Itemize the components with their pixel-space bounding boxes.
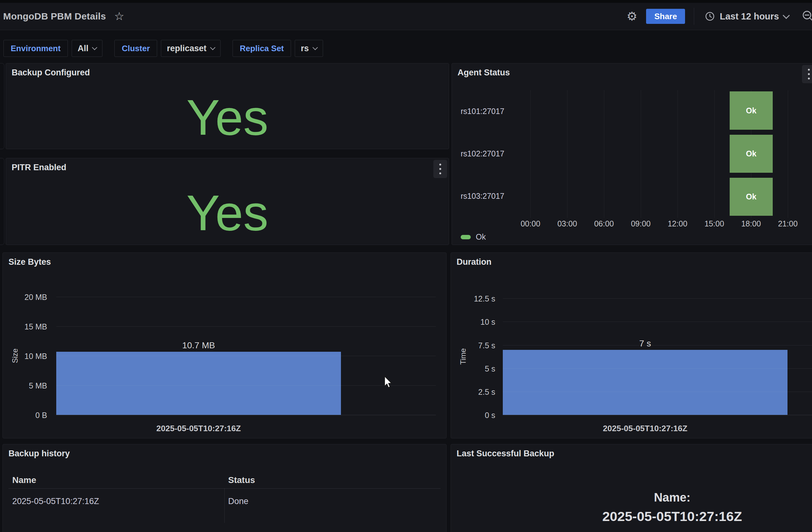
gridline — [56, 385, 436, 386]
navbar: MongoDB PBM Details ☆ ⚙ Share Last 12 ho… — [0, 3, 812, 30]
table-cell-name: 2025-05-05T10:27:16Z — [12, 497, 99, 506]
filter-environment-value: All — [78, 44, 89, 54]
state-block-ok[interactable]: Ok — [730, 91, 773, 130]
legend-swatch — [461, 235, 471, 239]
gear-icon[interactable]: ⚙ — [627, 10, 637, 22]
panel-pitr-enabled: PITR Enabled Yes — [6, 158, 449, 245]
x-axis-tick: 00:00 — [511, 219, 549, 228]
gridline — [503, 298, 812, 299]
grafana-dashboard: MongoDB PBM Details ☆ ⚙ Share Last 12 ho… — [0, 0, 812, 532]
bar-value-label: 10.7 MB — [56, 340, 341, 351]
time-range-picker[interactable]: Last 12 hours — [705, 11, 789, 22]
panel-backup-configured: Backup Configured Yes — [6, 63, 449, 149]
x-axis-tick: 15:00 — [695, 219, 733, 228]
y-axis-tick: 5 MB — [3, 381, 47, 390]
y-axis-tick: 7.5 s — [451, 341, 495, 350]
panel-title[interactable]: Agent Status — [458, 68, 510, 77]
gridline — [503, 391, 812, 392]
panel-duration: Duration Time 12.5 s 10 s 7.5 s 5 s 2.5 … — [451, 252, 812, 439]
y-axis-tick: 15 MB — [3, 322, 47, 331]
gridline — [56, 297, 436, 297]
y-axis-tick: 0 B — [3, 411, 47, 420]
panel-size-bytes: Size Bytes Size 20 MB 15 MB 10 MB 5 MB 0… — [2, 252, 447, 439]
y-axis-tick: 5 s — [451, 364, 495, 373]
offscreen-panel-edge — [0, 158, 4, 245]
bar-value-label: 7 s — [503, 339, 787, 349]
filter-replica-set: Replica Set rs — [233, 40, 323, 57]
filter-replica-set-label: Replica Set — [233, 40, 291, 57]
pitr-enabled-value: Yes — [186, 188, 269, 238]
filter-environment-select[interactable]: All — [72, 40, 103, 57]
offscreen-panel-edge — [0, 63, 4, 149]
x-axis-tick: 2025-05-05T10:27:16Z — [503, 424, 787, 433]
gridline — [531, 90, 531, 218]
gridline — [641, 90, 641, 218]
y-axis-tick: 10 s — [451, 317, 495, 327]
last-backup-name-value: 2025-05-05T10:27:16Z — [603, 509, 742, 524]
table-header-name[interactable]: Name — [12, 475, 36, 485]
legend-label: Ok — [476, 232, 486, 241]
filter-cluster-value: replicaset — [167, 44, 206, 54]
share-button[interactable]: Share — [646, 9, 685, 24]
star-icon[interactable]: ☆ — [114, 11, 124, 22]
gridline — [503, 368, 812, 369]
x-axis-tick: 18:00 — [732, 219, 770, 228]
instance-label: rs101:27017 — [461, 107, 504, 116]
y-axis-tick: 2.5 s — [451, 387, 495, 397]
page-title: MongoDB PBM Details — [3, 11, 106, 22]
backup-configured-value: Yes — [186, 92, 269, 143]
y-axis-tick: 12.5 s — [451, 294, 495, 304]
gridline — [56, 326, 436, 327]
legend-item-ok[interactable]: Ok — [461, 232, 486, 241]
filter-replica-set-value: rs — [301, 44, 309, 54]
panel-title[interactable]: Last Successful Backup — [456, 449, 554, 459]
table-header-status[interactable]: Status — [228, 475, 255, 485]
panel-title[interactable]: Size Bytes — [9, 257, 51, 267]
y-axis-tick: 20 MB — [3, 293, 47, 302]
x-axis-tick: 06:00 — [585, 219, 623, 228]
size-bytes-bar[interactable] — [56, 352, 341, 415]
window-top-edge — [0, 0, 812, 3]
gridline — [567, 90, 567, 218]
time-range-label: Last 12 hours — [720, 11, 779, 22]
table-column-divider — [224, 488, 225, 523]
gridline — [56, 356, 436, 356]
panel-title[interactable]: Duration — [456, 257, 492, 267]
x-axis-tick: 2025-05-05T10:27:16Z — [56, 424, 341, 433]
panel-menu-kebab-icon[interactable] — [802, 65, 812, 83]
x-axis-tick: 03:00 — [548, 219, 586, 228]
clock-icon — [705, 11, 715, 21]
stat-wrap: Yes — [6, 63, 449, 149]
filter-replica-set-select[interactable]: rs — [295, 40, 323, 57]
x-axis-tick: 09:00 — [622, 219, 659, 228]
panel-last-successful-backup: Last Successful Backup Name: 2025-05-05T… — [451, 444, 812, 532]
navbar-right: ⚙ Share Last 12 hours — [627, 3, 812, 30]
y-axis-tick: 10 MB — [3, 352, 47, 361]
navbar-divider — [694, 8, 694, 25]
x-axis-tick: 12:00 — [659, 219, 696, 228]
x-axis-tick: 21:00 — [769, 219, 807, 228]
panel-backup-history: Backup history Name Status 2025-05-05T10… — [2, 444, 447, 532]
chevron-down-icon — [92, 45, 98, 50]
gridline — [678, 90, 678, 218]
navbar-left: MongoDB PBM Details ☆ — [3, 3, 124, 30]
instance-label: rs103:27017 — [461, 192, 504, 201]
zoom-out-icon[interactable] — [802, 10, 812, 23]
duration-bar[interactable] — [503, 350, 787, 415]
filter-cluster-label: Cluster — [114, 40, 157, 57]
filter-cluster-select[interactable]: replicaset — [161, 40, 221, 57]
filter-cluster: Cluster replicaset — [114, 40, 221, 57]
gridline — [503, 322, 812, 322]
chevron-down-icon — [783, 12, 790, 19]
state-block-ok[interactable]: Ok — [730, 135, 773, 173]
gridline — [788, 90, 788, 218]
instance-label: rs102:27017 — [461, 149, 504, 158]
mouse-cursor — [384, 376, 395, 389]
panel-title[interactable]: Backup history — [9, 449, 70, 459]
chevron-down-icon — [210, 45, 216, 50]
filter-environment: Environment All — [3, 40, 102, 57]
stat-wrap: Yes — [6, 158, 449, 245]
panel-agent-status: Agent Status rs101:27017 rs102:27017 rs1… — [452, 63, 812, 245]
table-cell-status: Done — [228, 497, 249, 506]
state-block-ok[interactable]: Ok — [730, 178, 773, 216]
